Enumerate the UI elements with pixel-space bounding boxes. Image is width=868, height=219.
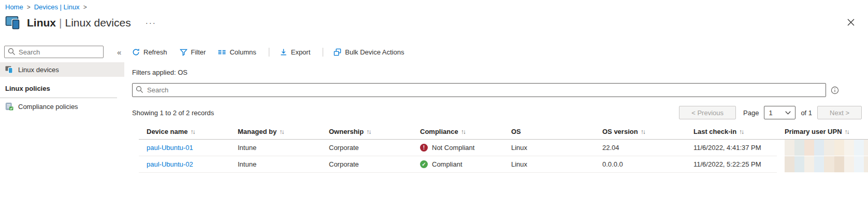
page-title-primary: Linux [27,17,56,29]
sort-icon: ↑↓ [279,128,283,135]
column-label: Ownership [329,128,364,135]
sidebar-item-label: Linux devices [18,66,59,74]
page-of-label: of 1 [801,109,812,117]
column-header-primary-user-upn[interactable]: Primary user UPN↑↓ [777,125,868,140]
sort-icon: ↑↓ [739,128,743,135]
filter-button[interactable]: Filter [180,48,206,56]
collapse-sidebar-icon[interactable]: « [117,48,121,57]
main-content: Refresh Filter Columns Export [132,46,868,173]
breadcrumb-separator: > [27,4,31,11]
column-label: Managed by [238,128,277,135]
search-icon [136,86,143,93]
export-icon [280,48,287,56]
filter-icon [180,48,187,56]
sidebar-item-label: Compliance policies [18,103,78,111]
column-header-ownership[interactable]: Ownership↑↓ [321,125,412,140]
records-summary: Showing 1 to 2 of 2 records [132,109,679,117]
grid-search-input[interactable] [132,83,826,97]
export-button[interactable]: Export [280,48,311,56]
devices-icon [5,16,22,30]
devices-table: Device name↑↓ Managed by↑↓ Ownership↑↓ C… [139,125,868,173]
sort-icon: ↑↓ [366,128,370,135]
breadcrumb-separator: > [83,4,87,11]
sidebar: « Linux devices Linux policies Complianc… [0,46,124,114]
column-header-compliance[interactable]: Compliance↑↓ [412,125,503,140]
sort-icon: ↑↓ [461,128,465,135]
sidebar-item-compliance-policies[interactable]: Compliance policies [0,99,124,114]
column-header-os: OS [503,125,595,140]
page-label: Page [743,109,759,117]
column-header-os-version[interactable]: OS version↑↓ [595,125,686,140]
managed-by-cell: Intune [230,156,321,173]
bulk-device-actions-button[interactable]: Bulk Device Actions [334,48,404,56]
toolbar-divider [323,48,323,57]
compliance-policies-icon [5,103,13,111]
export-label: Export [291,48,311,56]
toolbar: Refresh Filter Columns Export [132,46,868,58]
compliant-icon: ✓ [420,160,428,168]
sidebar-section-linux-policies: Linux policies [5,85,124,92]
table-row[interactable]: paul-Ubuntu-02 Intune Corporate ✓ Compli… [139,156,868,173]
last-check-in-cell: 11/6/2022, 4:41:37 PM [686,140,777,156]
column-label: Device name [147,128,188,135]
primary-user-upn-cell [777,156,868,173]
compliance-label: Not Compliant [432,144,474,152]
compliance-cell: ✓ Compliant [412,156,503,173]
previous-page-button[interactable]: < Previous [679,106,736,119]
page-title-separator: | [59,17,62,29]
columns-label: Columns [229,48,256,56]
column-header-device-name[interactable]: Device name↑↓ [139,125,230,140]
ownership-cell: Corporate [321,156,412,173]
breadcrumb: Home > Devices | Linux > [5,3,87,11]
sidebar-divider [0,98,117,98]
columns-button[interactable]: Columns [218,48,256,56]
compliance-cell: ! Not Compliant [412,140,503,156]
column-label: Compliance [420,128,458,135]
os-version-cell: 22.04 [595,140,686,156]
column-label: Primary user UPN [785,128,842,135]
pagination: < Previous Page 1 of 1 Next > [679,106,862,119]
info-icon[interactable] [831,86,839,94]
os-cell: Linux [503,140,595,156]
breadcrumb-devices-linux[interactable]: Devices | Linux [34,3,80,11]
table-header-row: Device name↑↓ Managed by↑↓ Ownership↑↓ C… [139,125,868,140]
refresh-icon [132,48,140,56]
page-header: Linux|Linux devices ··· [5,16,157,30]
device-name-link[interactable]: paul-Ubuntu-02 [147,160,193,168]
managed-by-cell: Intune [230,140,321,156]
next-page-button[interactable]: Next > [817,106,862,119]
os-version-cell: 0.0.0.0 [595,156,686,173]
refresh-label: Refresh [143,48,167,56]
toolbar-divider [269,48,269,57]
sort-icon: ↑↓ [641,128,645,135]
primary-user-upn-cell [777,140,868,156]
close-icon[interactable] [847,19,857,28]
filters-applied-text: Filters applied: OS [132,69,868,76]
records-row: Showing 1 to 2 of 2 records < Previous P… [132,106,862,119]
search-icon [8,48,16,56]
last-check-in-cell: 11/6/2022, 5:22:25 PM [686,156,777,173]
column-label: OS version [602,128,638,135]
sidebar-item-linux-devices[interactable]: Linux devices [0,62,124,77]
os-cell: Linux [503,156,595,173]
bulk-device-actions-label: Bulk Device Actions [345,48,404,56]
chevron-down-icon [785,111,791,115]
bulk-device-actions-icon [334,48,341,56]
sort-icon: ↑↓ [191,128,195,135]
columns-icon [218,48,226,56]
device-name-link[interactable]: paul-Ubuntu-01 [147,144,193,152]
column-label: Last check-in [693,128,736,135]
sidebar-search-input[interactable] [4,46,104,58]
sort-icon: ↑↓ [845,128,849,135]
refresh-button[interactable]: Refresh [132,48,167,56]
not-compliant-icon: ! [420,144,428,152]
grid-search-row [132,83,868,97]
more-options-icon[interactable]: ··· [144,18,157,28]
column-header-last-check-in[interactable]: Last check-in↑↓ [686,125,777,140]
table-row[interactable]: paul-Ubuntu-01 Intune Corporate ! Not Co… [139,140,868,156]
page-number-value: 1 [769,109,772,117]
linux-devices-icon [5,66,13,74]
column-header-managed-by[interactable]: Managed by↑↓ [230,125,321,140]
breadcrumb-home[interactable]: Home [5,3,23,11]
page-number-select[interactable]: 1 [764,106,795,119]
